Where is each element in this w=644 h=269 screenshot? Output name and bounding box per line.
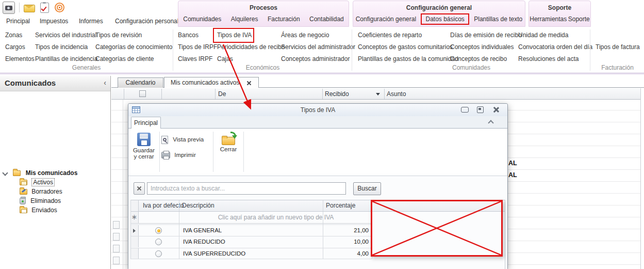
maximize-button[interactable] — [477, 106, 484, 113]
menu-item-convocatoria-orden-del-dia[interactable]: Convocatoria orden del día — [518, 42, 592, 52]
redaction-box — [371, 200, 503, 257]
tree-node-borradores[interactable]: Borradores — [20, 187, 62, 197]
cell-descripcion[interactable]: IVA REDUCIDO — [183, 239, 317, 245]
menu-item-servicios-del-administrador[interactable]: Servicios del administrador — [281, 42, 355, 52]
select-all-checkbox[interactable] — [139, 90, 146, 97]
tab-calendario[interactable]: Calendario — [118, 77, 163, 88]
menu-item-bancos[interactable]: Bancos — [178, 30, 199, 40]
menu-item-cargos[interactable]: Cargos — [5, 42, 25, 52]
menu-item-dias-de-emision-de-recibo[interactable]: Días de emisión de recibo — [450, 30, 522, 40]
tab-mis-comunicados-activos[interactable]: Mis comunicados activos — [164, 77, 259, 88]
tab-informes[interactable]: Informes — [79, 17, 103, 26]
column-header-asunto[interactable]: Asunto — [387, 90, 406, 98]
menu-item-periodicidades-de-recibo[interactable]: Periodicidades de recibo — [217, 42, 285, 52]
menu-item-resoluciones-del-acta[interactable]: Resoluciones del acta — [518, 54, 579, 64]
tab-impuestos[interactable]: Impuestos — [40, 17, 68, 26]
column-header-descripcion[interactable]: Descripción — [182, 202, 214, 209]
mail-row-checkbox[interactable] — [113, 221, 120, 229]
column-header-porcentaje[interactable]: Porcentaje — [326, 202, 355, 209]
menu-item-tipos-de-incidencia[interactable]: Tipos de incidencia — [35, 42, 88, 52]
cell-descripcion[interactable]: IVA SUPERREDUCIDO — [183, 250, 317, 257]
dialog-titlebar[interactable]: Tipos de IVA — [128, 104, 507, 117]
iva-default-radio[interactable] — [155, 239, 162, 245]
row-line — [130, 248, 372, 248]
grid-right-border — [505, 200, 505, 269]
button-label: Cerrar — [220, 146, 237, 152]
mail-row-checkbox[interactable] — [113, 245, 120, 252]
context-tab-contabilidad[interactable]: Contabilidad — [309, 15, 344, 23]
mail-folder-icon — [20, 180, 27, 185]
imprimir-button[interactable]: Imprimir — [161, 149, 211, 162]
close-button[interactable] — [492, 106, 499, 113]
context-tab-alquileres[interactable]: Alquileres — [231, 15, 258, 23]
context-tab-comunidades[interactable]: Comunidades — [183, 15, 221, 23]
tree-node-enviados[interactable]: Enviados — [20, 206, 57, 215]
minimize-button[interactable] — [461, 107, 469, 113]
menu-item-unidad-de-medida[interactable]: Unidad de medida — [518, 30, 568, 40]
menu-item-tipos-de-revision[interactable]: Tipos de revisión — [95, 30, 142, 40]
context-tab-soporte[interactable]: Soporte — [568, 15, 590, 23]
guardar-y-cerrar-button[interactable]: Guardar y cerrar — [130, 131, 157, 174]
dialog-tab-principal[interactable]: Principal — [131, 117, 161, 129]
collapse-ribbon-icon[interactable] — [488, 120, 493, 125]
menu-item-claves-irpf[interactable]: Claves IRPF — [178, 54, 212, 64]
tab-close-icon[interactable] — [246, 81, 251, 85]
menu-item-areas-de-negocio[interactable]: Áreas de negocio — [281, 30, 329, 40]
menu-item-conceptos-individuales[interactable]: Conceptos individuales — [450, 42, 514, 52]
cell-porcentaje[interactable]: 10,00 — [323, 239, 369, 245]
cell-porcentaje[interactable]: 21,00 — [323, 227, 369, 233]
menu-item-servicios-del-industrial[interactable]: Servicios del industrial — [35, 30, 96, 40]
mail-row-checkbox[interactable] — [113, 257, 120, 264]
ribbon-group-configuracion-general: Configuración general Configuración gene… — [353, 1, 525, 27]
button-label: Guardar — [133, 147, 155, 153]
column-header-de[interactable]: De — [218, 90, 226, 98]
menu-item-categorias-de-conocimiento[interactable]: Categorías de conocimiento — [95, 42, 172, 52]
context-tab-configuracion-general[interactable]: Configuración general — [356, 15, 416, 23]
mail-icon[interactable] — [24, 5, 35, 12]
context-tab-herramientas[interactable]: Herramientas — [530, 15, 567, 23]
ribbon-group-title: Configuración general — [353, 1, 525, 11]
tree-expander-icon[interactable] — [2, 170, 8, 176]
context-tab-facturacion[interactable]: Facturación — [268, 15, 300, 23]
sidebar-collapse-icon[interactable]: ‹ — [104, 78, 106, 87]
mail-row-checkbox[interactable] — [113, 233, 120, 241]
menu-item-zonas[interactable]: Zonas — [5, 30, 22, 40]
menu-item-tipos-de-irpf[interactable]: Tipos de IRPF — [178, 42, 217, 52]
column-header-recibido[interactable]: Recibido — [325, 90, 349, 98]
clipboard-check-icon[interactable] — [40, 3, 49, 13]
tree-node-eliminados[interactable]: Eliminados — [20, 197, 61, 206]
buscar-button[interactable]: Buscar — [353, 182, 381, 195]
tab-principal[interactable]: Principal — [6, 17, 30, 26]
app-menu-icon[interactable] — [3, 2, 15, 14]
menu-item-categorias-de-cliente[interactable]: Categorías de cliente — [95, 54, 154, 64]
column-header-iva-por-defecto[interactable]: Iva por defecto — [143, 202, 184, 209]
list-column-line — [123, 100, 123, 269]
vista-previa-button[interactable]: Vista previa — [161, 134, 211, 146]
cerrar-button[interactable]: Cerrar — [216, 131, 241, 174]
context-tab-datos-basicos[interactable]: Datos básicos — [421, 13, 469, 25]
menu-item-conceptos-de-gastos-comunitarios[interactable]: Conceptos de gastos comunitarios — [358, 42, 453, 52]
menu-item-plantillas-de-gastos-de-la-comunidad[interactable]: Plantillas de gastos de la comunidad — [358, 54, 458, 64]
menu-item-elementos[interactable]: Elementos — [5, 54, 35, 64]
menu-item-tipos-de-factura[interactable]: Tipos de factura — [596, 42, 640, 52]
cell-descripcion[interactable]: IVA GENERAL — [183, 227, 317, 233]
menu-item-plantillas-de-incidencia[interactable]: Plantillas de incidencia — [35, 54, 97, 64]
menu-item-coeficientes-de-reparto[interactable]: Coeficientes de reparto — [358, 30, 422, 40]
tree-node-activos[interactable]: Activos — [20, 178, 55, 187]
tab-configuracion-personal[interactable]: Configuración personal — [115, 17, 178, 26]
context-tab-plantillas-de-texto[interactable]: Plantillas de texto — [474, 15, 522, 23]
search-input[interactable] — [147, 182, 346, 195]
broadcast-icon[interactable] — [55, 3, 64, 12]
menu-item-tipos-de-iva[interactable]: Tipos de IVA — [217, 30, 252, 40]
menu-item-conceptos-administrador[interactable]: Conceptos administrador — [281, 54, 350, 64]
menu-item-conceptos-de-recibo[interactable]: Conceptos de recibo — [450, 54, 507, 64]
iva-default-radio[interactable] — [155, 250, 162, 257]
tab-label: Calendario — [125, 79, 155, 86]
sort-dropdown-icon[interactable] — [376, 93, 380, 96]
clear-search-button[interactable] — [134, 182, 145, 195]
menu-item-cajas[interactable]: Cajas — [217, 54, 233, 64]
cell-porcentaje[interactable]: 4,00 — [323, 250, 369, 257]
iva-default-radio[interactable] — [155, 227, 162, 234]
column-separator — [124, 89, 124, 99]
tree-node-mis-comunicados[interactable]: Mis comunicados — [3, 169, 77, 178]
